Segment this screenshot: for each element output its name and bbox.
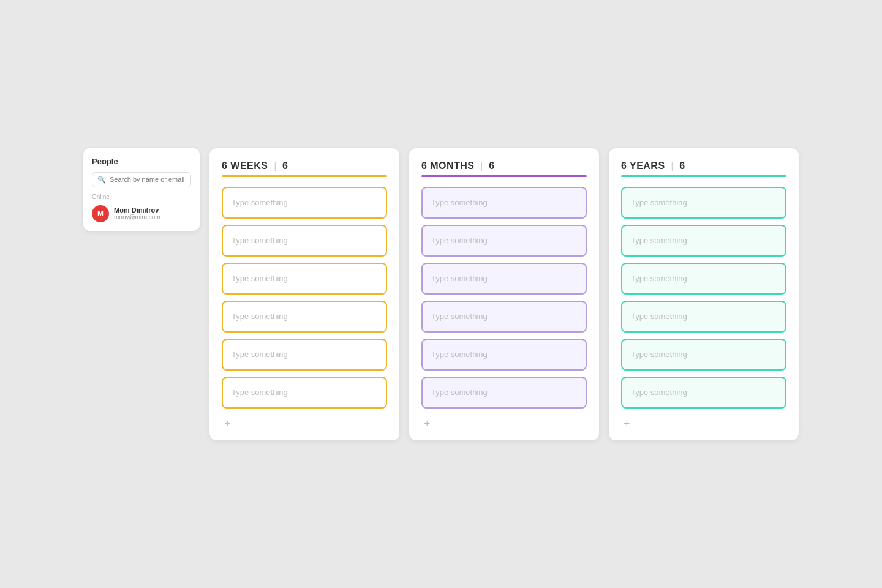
card-placeholder: Type something bbox=[631, 198, 687, 207]
user-info: Moni Dimitrov mony@miro.com bbox=[114, 206, 160, 221]
columns-area: 6 WEEKS | 6 Type something Type somethin… bbox=[209, 148, 799, 440]
search-input[interactable] bbox=[110, 176, 186, 183]
card-placeholder: Type something bbox=[232, 388, 288, 397]
user-email: mony@miro.com bbox=[114, 214, 160, 221]
card-item[interactable]: Type something bbox=[421, 301, 587, 333]
card-placeholder: Type something bbox=[631, 274, 687, 283]
add-card-button-years[interactable]: + bbox=[621, 417, 633, 431]
add-card-button-weeks[interactable]: + bbox=[222, 417, 233, 431]
card-placeholder: Type something bbox=[631, 350, 687, 359]
user-name: Moni Dimitrov bbox=[114, 206, 160, 214]
card-placeholder: Type something bbox=[631, 388, 687, 397]
column-months-count: 6 bbox=[489, 160, 494, 172]
card-item[interactable]: Type something bbox=[421, 339, 587, 371]
card-item[interactable]: Type something bbox=[621, 187, 786, 219]
card-placeholder: Type something bbox=[431, 312, 488, 321]
column-years-cards: Type something Type something Type somet… bbox=[621, 187, 786, 409]
card-placeholder: Type something bbox=[232, 350, 288, 359]
card-placeholder: Type something bbox=[232, 198, 288, 207]
card-placeholder: Type something bbox=[431, 198, 488, 207]
card-item[interactable]: Type something bbox=[421, 377, 587, 409]
card-item[interactable]: Type something bbox=[621, 301, 786, 333]
search-icon: 🔍 bbox=[97, 176, 106, 184]
add-card-button-months[interactable]: + bbox=[421, 417, 433, 431]
card-item[interactable]: Type something bbox=[621, 377, 786, 409]
online-label: Online bbox=[92, 194, 191, 200]
card-item[interactable]: Type something bbox=[621, 225, 786, 257]
card-placeholder: Type something bbox=[631, 236, 687, 245]
card-item[interactable]: Type something bbox=[421, 263, 587, 295]
column-months-underline bbox=[421, 175, 587, 177]
card-placeholder: Type something bbox=[431, 236, 488, 245]
search-box[interactable]: 🔍 bbox=[92, 172, 191, 187]
card-placeholder: Type something bbox=[431, 274, 488, 283]
card-item[interactable]: Type something bbox=[421, 225, 587, 257]
card-placeholder: Type something bbox=[431, 388, 488, 397]
avatar: M bbox=[92, 205, 109, 222]
card-item[interactable]: Type something bbox=[222, 301, 387, 333]
people-panel: People 🔍 Online M Moni Dimitrov mony@mir… bbox=[83, 148, 200, 231]
column-years-count: 6 bbox=[679, 160, 685, 172]
column-months-title: 6 MONTHS bbox=[421, 160, 475, 172]
column-months-header: 6 MONTHS | 6 bbox=[421, 160, 587, 172]
column-years-header: 6 YEARS | 6 bbox=[621, 160, 786, 172]
card-item[interactable]: Type something bbox=[222, 187, 387, 219]
column-years-underline bbox=[621, 175, 786, 177]
card-item[interactable]: Type something bbox=[222, 377, 387, 409]
card-placeholder: Type something bbox=[631, 312, 687, 321]
people-panel-title: People bbox=[92, 157, 191, 166]
column-weeks-header: 6 WEEKS | 6 bbox=[222, 160, 387, 172]
column-weeks-pipe: | bbox=[274, 161, 276, 171]
column-years-pipe: | bbox=[671, 161, 674, 171]
column-weeks: 6 WEEKS | 6 Type something Type somethin… bbox=[209, 148, 399, 440]
column-years-title: 6 YEARS bbox=[621, 160, 665, 172]
card-item[interactable]: Type something bbox=[421, 187, 587, 219]
column-weeks-count: 6 bbox=[282, 160, 288, 172]
card-item[interactable]: Type something bbox=[621, 339, 786, 371]
card-placeholder: Type something bbox=[232, 236, 288, 245]
workspace: People 🔍 Online M Moni Dimitrov mony@mir… bbox=[71, 136, 811, 453]
column-years: 6 YEARS | 6 Type something Type somethin… bbox=[609, 148, 799, 440]
column-weeks-cards: Type something Type something Type somet… bbox=[222, 187, 387, 409]
card-placeholder: Type something bbox=[431, 350, 488, 359]
card-item[interactable]: Type something bbox=[222, 339, 387, 371]
column-weeks-underline bbox=[222, 175, 387, 177]
card-item[interactable]: Type something bbox=[621, 263, 786, 295]
column-months: 6 MONTHS | 6 Type something Type somethi… bbox=[409, 148, 599, 440]
card-placeholder: Type something bbox=[232, 312, 288, 321]
column-months-pipe: | bbox=[481, 161, 483, 171]
user-row: M Moni Dimitrov mony@miro.com bbox=[92, 205, 191, 222]
card-placeholder: Type something bbox=[232, 274, 288, 283]
column-months-cards: Type something Type something Type somet… bbox=[421, 187, 587, 409]
card-item[interactable]: Type something bbox=[222, 263, 387, 295]
column-weeks-title: 6 WEEKS bbox=[222, 160, 268, 172]
card-item[interactable]: Type something bbox=[222, 225, 387, 257]
